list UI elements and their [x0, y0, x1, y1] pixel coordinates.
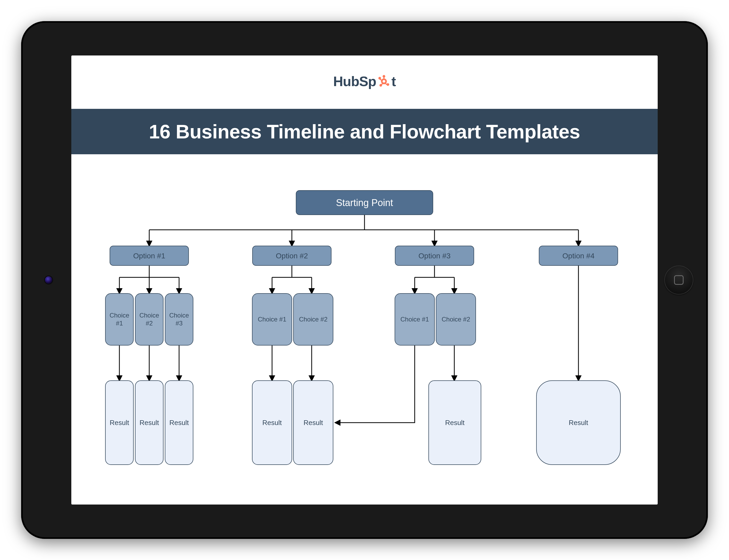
option-node-2: Option #2 — [252, 246, 331, 266]
camera-icon — [45, 276, 52, 284]
result-node: Result — [105, 380, 134, 465]
result-label: Result — [169, 418, 189, 427]
result-label: Result — [110, 418, 129, 427]
option-label: Option #3 — [418, 251, 450, 260]
svg-point-6 — [386, 83, 389, 86]
choice-node: Choice #1 — [395, 293, 435, 346]
start-node: Starting Point — [296, 190, 433, 215]
choice-node: Choice #3 — [165, 293, 193, 346]
result-label: Result — [303, 418, 323, 427]
sprocket-icon — [377, 75, 390, 88]
result-node: Result — [293, 380, 333, 465]
brand-name-suffix: t — [391, 73, 396, 89]
brand-name-prefix: HubSp — [333, 73, 376, 89]
result-node: Result — [252, 380, 292, 465]
result-node: Result — [536, 380, 621, 465]
result-node: Result — [428, 380, 481, 465]
flowchart-diagram: Starting Point Option #1 Option #2 Optio… — [71, 169, 658, 505]
choice-node: Choice #1 — [252, 293, 292, 346]
result-node: Result — [135, 380, 163, 465]
option-label: Option #1 — [133, 251, 165, 260]
choice-label: Choice #1 — [258, 315, 286, 323]
screen: HubSp t — [71, 55, 658, 505]
option-label: Option #4 — [562, 251, 594, 260]
svg-rect-3 — [383, 77, 384, 79]
home-button[interactable] — [664, 265, 693, 295]
choice-node: Choice #2 — [135, 293, 163, 346]
choice-label: Choice #2 — [442, 315, 470, 323]
choice-label: Choice #2 — [135, 311, 163, 327]
choice-node: Choice #2 — [436, 293, 476, 346]
choice-label: Choice #1 — [400, 315, 429, 323]
option-node-1: Option #1 — [110, 246, 189, 266]
result-label: Result — [445, 418, 465, 427]
choice-label: Choice #1 — [106, 311, 133, 327]
choice-node: Choice #2 — [293, 293, 333, 346]
option-node-3: Option #3 — [395, 246, 474, 266]
brand-logo: HubSp t — [333, 73, 396, 89]
tablet-frame: HubSp t — [21, 21, 708, 539]
title-bar: 16 Business Timeline and Flowchart Templ… — [71, 109, 658, 154]
start-node-label: Starting Point — [336, 197, 393, 209]
choice-label: Choice #2 — [299, 315, 328, 323]
result-node: Result — [165, 380, 193, 465]
result-label: Result — [139, 418, 159, 427]
choice-node: Choice #1 — [105, 293, 134, 346]
result-label: Result — [262, 418, 282, 427]
option-node-4: Option #4 — [539, 246, 618, 266]
option-label: Option #2 — [276, 251, 308, 260]
page-title: 16 Business Timeline and Flowchart Templ… — [149, 120, 580, 143]
choice-label: Choice #3 — [165, 311, 193, 327]
result-label: Result — [569, 418, 588, 427]
